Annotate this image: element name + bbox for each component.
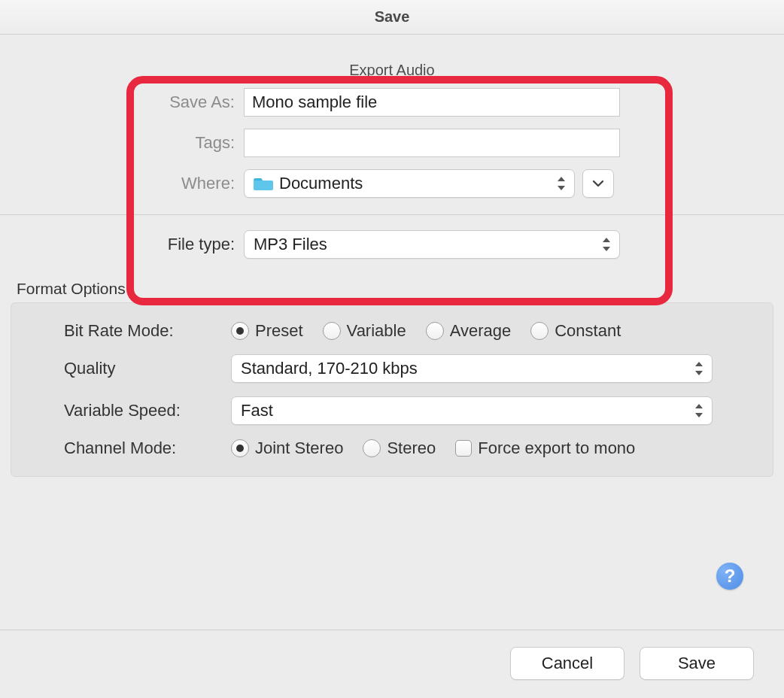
expand-location-button[interactable] xyxy=(582,169,614,198)
quality-select[interactable]: Standard, 170-210 kbps xyxy=(231,354,713,383)
radio-label: Average xyxy=(450,321,512,341)
chevron-updown-icon xyxy=(556,175,567,192)
radio-average[interactable]: Average xyxy=(426,321,512,341)
tags-label: Tags: xyxy=(0,133,244,153)
file-type-value: MP3 Files xyxy=(254,235,327,254)
radio-preset[interactable]: Preset xyxy=(231,321,303,341)
radio-icon xyxy=(231,439,249,457)
quality-value: Standard, 170-210 kbps xyxy=(241,359,418,378)
save-button[interactable]: Save xyxy=(640,647,754,680)
checkbox-icon xyxy=(455,440,472,457)
radio-icon xyxy=(426,322,444,340)
chevron-updown-icon xyxy=(601,236,612,253)
variable-speed-label: Variable Speed: xyxy=(64,401,231,420)
dialog-footer: Cancel Save xyxy=(0,630,784,698)
file-type-label: File type: xyxy=(0,235,244,254)
where-label: Where: xyxy=(0,174,244,193)
radio-icon xyxy=(323,322,341,340)
radio-label: Constant xyxy=(555,321,621,341)
channel-mode-group: Joint Stereo Stereo Force export to mono xyxy=(231,439,635,458)
help-icon-glyph: ? xyxy=(725,566,736,587)
checkbox-force-mono[interactable]: Force export to mono xyxy=(455,439,635,458)
where-value: Documents xyxy=(279,174,363,193)
chevron-down-icon xyxy=(592,177,604,190)
checkbox-label: Force export to mono xyxy=(478,439,635,458)
radio-label: Stereo xyxy=(387,439,436,458)
where-select[interactable]: Documents xyxy=(244,169,575,198)
dialog-subtitle: Export Audio xyxy=(0,35,784,88)
cancel-button[interactable]: Cancel xyxy=(510,647,624,680)
radio-label: Variable xyxy=(347,321,406,341)
format-options-title: Format Options xyxy=(0,271,784,302)
radio-label: Joint Stereo xyxy=(255,439,343,458)
tags-input[interactable] xyxy=(244,129,620,157)
chevron-updown-icon xyxy=(694,360,704,377)
variable-speed-value: Fast xyxy=(241,401,273,420)
window-title: Save xyxy=(0,0,784,35)
bit-rate-mode-label: Bit Rate Mode: xyxy=(64,321,231,341)
bit-rate-mode-radio-group: Preset Variable Average Constant xyxy=(231,321,621,341)
variable-speed-select[interactable]: Fast xyxy=(231,396,713,425)
radio-icon xyxy=(231,322,249,340)
channel-mode-label: Channel Mode: xyxy=(64,439,231,458)
radio-joint-stereo[interactable]: Joint Stereo xyxy=(231,439,343,458)
help-button[interactable]: ? xyxy=(716,563,743,590)
file-type-select[interactable]: MP3 Files xyxy=(244,230,620,259)
radio-stereo[interactable]: Stereo xyxy=(363,439,436,458)
folder-icon xyxy=(254,176,273,191)
radio-icon xyxy=(363,439,381,457)
radio-constant[interactable]: Constant xyxy=(530,321,621,341)
chevron-updown-icon xyxy=(694,402,704,419)
radio-icon xyxy=(530,322,548,340)
format-options-panel: Bit Rate Mode: Preset Variable Average C… xyxy=(11,302,773,477)
save-as-input[interactable] xyxy=(244,88,620,117)
save-as-label: Save As: xyxy=(0,93,244,112)
radio-variable[interactable]: Variable xyxy=(323,321,406,341)
radio-label: Preset xyxy=(255,321,303,341)
quality-label: Quality xyxy=(64,359,231,378)
divider xyxy=(0,214,784,215)
